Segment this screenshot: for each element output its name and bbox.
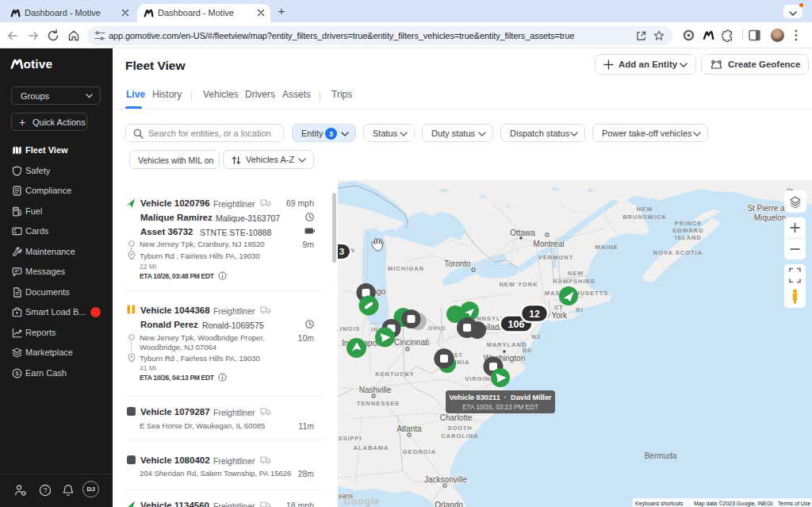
svg-text:ISSIPPI: ISSIPPI	[338, 435, 362, 442]
svg-text:Map data ©2023 Google, INEGI: Map data ©2023 Google, INEGI	[694, 501, 772, 507]
svg-text:otive: otive	[24, 57, 53, 71]
svg-text:Orlando: Orlando	[435, 501, 463, 507]
svg-text:BRUNSWICK: BRUNSWICK	[622, 213, 667, 221]
svg-text:NEW YORK: NEW YORK	[499, 281, 538, 288]
svg-text:VERMONT: VERMONT	[538, 254, 574, 261]
svg-text:Cincinnati: Cincinnati	[394, 338, 429, 347]
svg-text:NOVA SCOTIA: NOVA SCOTIA	[653, 249, 703, 256]
svg-text:NEW: NEW	[568, 270, 584, 277]
svg-text:TENNESSEE: TENNESSEE	[357, 400, 400, 407]
svg-text:ALABAMA: ALABAMA	[354, 444, 389, 451]
svg-text:LLINOIS: LLINOIS	[338, 325, 360, 332]
svg-text:Jacksonville: Jacksonville	[424, 475, 467, 484]
svg-text:Google: Google	[343, 496, 380, 507]
svg-text:MICHIGAN: MICHIGAN	[388, 265, 424, 272]
svg-text:ST: ST	[454, 351, 463, 359]
svg-text:3: 3	[339, 247, 344, 256]
svg-text:Toronto: Toronto	[444, 259, 471, 268]
svg-text:OHIO: OHIO	[427, 325, 446, 332]
svg-text:Miquelon: Miquelon	[754, 213, 787, 222]
svg-text:Atlanta: Atlanta	[396, 424, 422, 433]
svg-text:$: $	[15, 370, 18, 377]
svg-text:CAROLINA: CAROLINA	[441, 432, 479, 440]
svg-text:St Pierre a: St Pierre a	[747, 204, 785, 213]
svg-text:Keyboard shortcuts: Keyboard shortcuts	[635, 501, 684, 507]
svg-text:?: ?	[43, 486, 47, 494]
svg-text:MARYLAND: MARYLAND	[487, 341, 527, 348]
svg-text:RI: RI	[576, 306, 584, 313]
svg-text:Bermuda: Bermuda	[645, 451, 677, 460]
svg-text:MAINE: MAINE	[595, 244, 618, 251]
svg-text:Charlotte: Charlotte	[440, 413, 473, 422]
svg-text:SOUTH: SOUTH	[447, 424, 472, 432]
svg-text:12: 12	[529, 309, 540, 320]
svg-text:CT: CT	[554, 304, 564, 311]
svg-text:NEW: NEW	[637, 205, 653, 213]
svg-text:NJ: NJ	[531, 333, 541, 340]
svg-text:KENTUCKY: KENTUCKY	[375, 371, 415, 378]
svg-text:ISLAND: ISLAND	[675, 234, 702, 241]
svg-text:ETA 10/26, 03:23 PM EDT: ETA 10/26, 03:23 PM EDT	[462, 404, 538, 411]
svg-text:PRINCE: PRINCE	[675, 220, 702, 227]
svg-text:HAMPSHIRE: HAMPSHIRE	[553, 278, 596, 285]
svg-text:Montreal: Montreal	[534, 240, 565, 248]
svg-text:106: 106	[508, 319, 525, 330]
svg-text:Terms of Use: Terms of Use	[778, 501, 810, 506]
svg-text:Ottawa: Ottawa	[510, 229, 535, 237]
svg-text:DE: DE	[523, 347, 532, 354]
svg-text:Vehicle 830211 · David Mille: Vehicle 830211 · David Miller	[449, 394, 552, 401]
svg-text:INIA: INIA	[455, 359, 470, 366]
svg-text:EDWARD: EDWARD	[672, 227, 703, 234]
svg-text:GEORGIA: GEORGIA	[403, 448, 436, 455]
svg-text:Nashville: Nashville	[359, 386, 392, 394]
